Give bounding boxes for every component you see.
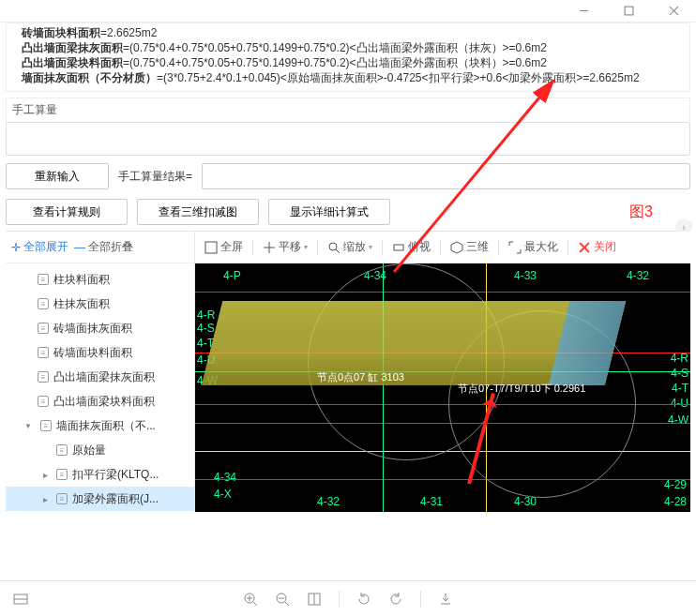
grid-col-label: 4-29: [664, 478, 687, 491]
svg-line-6: [336, 249, 340, 253]
svg-line-19: [285, 602, 289, 606]
manual-result-label: 手工算量结果=: [118, 169, 192, 185]
viewport-3d[interactable]: 4-P 4-34 4-33 4-32 4-R 4-S 4-T 4-U 4-W 4…: [195, 263, 690, 512]
tree-item-wall-block[interactable]: ≡砖墙面块料面积: [6, 340, 194, 365]
manual-result-box[interactable]: [202, 163, 690, 189]
download-icon[interactable]: [438, 592, 453, 607]
close-viewer-tool[interactable]: 关闭: [574, 239, 620, 255]
svg-rect-4: [205, 242, 217, 253]
expand-all[interactable]: ✛全部展开: [11, 239, 68, 255]
zoom-out-icon[interactable]: [275, 592, 290, 607]
grid-row-label: 4-W: [668, 413, 688, 427]
split-area: ✛全部展开 —全部折叠 ≡柱块料面积 ≡柱抹灰面积 ≡砖墙面抹灰面积 ≡砖墙面块…: [6, 231, 690, 512]
formula2-value: =(0.75*0.4+0.75*0.05+0.75*0.1499+0.75*0.…: [123, 41, 547, 54]
3d-tool[interactable]: 三维: [446, 239, 492, 255]
fit-icon[interactable]: [307, 592, 322, 607]
grid-col-label: 4-33: [514, 269, 537, 282]
view-rule-button[interactable]: 查看计算规则: [6, 199, 128, 225]
formula1-label: 砖墙面块料面积: [22, 26, 100, 39]
undo-icon[interactable]: [388, 592, 403, 607]
pan-tool[interactable]: 平移▾: [259, 239, 311, 255]
viewer-toolbar: 全屏 平移▾ 缩放▾ 俯视 三维 最大化 关闭: [195, 232, 690, 263]
tree-item-col-plaster[interactable]: ≡柱抹灰面积: [6, 292, 194, 316]
tree-item-wall-all[interactable]: ≡墙面抹灰面积（不...: [6, 413, 194, 438]
grid-col-label: 4-P: [223, 269, 241, 282]
viewer-panel: › 全屏 平移▾ 缩放▾ 俯视 三维 最大化 关闭 4-P 4-34 4-33 …: [195, 232, 690, 512]
tree-item-protrude-plaster[interactable]: ≡凸出墙面梁抹灰面积: [6, 365, 194, 389]
grid-col-label: 4-32: [317, 495, 340, 508]
view-deduct-button[interactable]: 查看三维扣减图: [137, 199, 259, 225]
grid-col-label: 4-31: [420, 495, 443, 508]
manual-buttons-row: 重新输入 手工算量结果=: [6, 163, 690, 189]
tree-item-wall-plaster[interactable]: ≡砖墙面抹灰面积: [6, 316, 194, 340]
manual-input[interactable]: [6, 122, 690, 156]
formula2-label: 凸出墙面梁抹灰面积: [22, 41, 123, 54]
grid-col-label: 4-32: [627, 269, 649, 282]
tree-body: ≡柱块料面积 ≡柱抹灰面积 ≡砖墙面抹灰面积 ≡砖墙面块料面积 ≡凸出墙面梁抹灰…: [6, 263, 194, 512]
formula3-value: =(0.75*0.4+0.75*0.05+0.75*0.1499+0.75*0.…: [123, 56, 547, 69]
topview-tool[interactable]: 俯视: [388, 239, 434, 255]
minimize-button[interactable]: [565, 1, 602, 22]
tree-panel: ✛全部展开 —全部折叠 ≡柱块料面积 ≡柱抹灰面积 ≡砖墙面抹灰面积 ≡砖墙面块…: [6, 232, 195, 512]
rule-row: 查看计算规则 查看三维扣减图 显示详细计算式 图3: [6, 199, 690, 225]
tree-item-original[interactable]: ≡原始量: [6, 438, 194, 462]
layout-icon[interactable]: [13, 592, 28, 607]
grid-row-label: 4-R: [197, 308, 215, 322]
fullscreen-tool[interactable]: 全屏: [201, 239, 247, 255]
svg-rect-1: [625, 7, 633, 15]
reinput-button[interactable]: 重新输入: [6, 163, 109, 189]
grid-col-label: 4-X: [214, 488, 232, 501]
tree-item-add-exposed[interactable]: ≡加梁外露面积(J...: [6, 487, 194, 511]
collapse-all[interactable]: —全部折叠: [74, 239, 133, 255]
node-label: 节点0点07 缸 3103: [317, 370, 404, 384]
close-button[interactable]: [655, 1, 692, 22]
formula1-value: =2.6625m2: [100, 26, 157, 39]
grid-col-label: 4-28: [664, 495, 687, 508]
grid-row-label: 4-R: [671, 352, 688, 365]
formula-panel: 砖墙面块料面积=2.6625m2 凸出墙面梁抹灰面积=(0.75*0.4+0.7…: [6, 23, 690, 92]
grid-row-label: 4-S: [197, 322, 215, 335]
bottom-bar: [0, 580, 696, 616]
svg-line-16: [253, 602, 257, 606]
svg-rect-7: [394, 245, 403, 250]
grid-row-label: 4-S: [671, 367, 688, 380]
formula4-label: 墙面抹灰面积（不分材质）: [22, 71, 157, 84]
figure-label: 图3: [629, 203, 653, 222]
redo-icon[interactable]: [356, 592, 371, 607]
maximize-button[interactable]: [610, 1, 647, 22]
grid-row-label: 4-T: [672, 382, 688, 395]
maximize-tool[interactable]: 最大化: [505, 239, 562, 255]
tree-item-col-block[interactable]: ≡柱块料面积: [6, 267, 194, 292]
view-detail-button[interactable]: 显示详细计算式: [268, 199, 390, 225]
grid-col-label: 4-34: [214, 471, 236, 484]
node-label: 节点07-T7/T9/T10下 0.2961: [458, 382, 585, 396]
manual-label: 手工算量: [6, 98, 690, 122]
grid-row-label: 4-U: [671, 397, 688, 410]
tree-toolbar: ✛全部展开 —全部折叠: [6, 232, 194, 263]
tree-item-deduct-beam[interactable]: ≡扣平行梁(KLTQ...: [6, 462, 194, 487]
zoom-in-icon[interactable]: [243, 592, 258, 607]
formula4-value: =(3*0.75+2.4*0.1+0.045)<原始墙面抹灰面积>-0.4725…: [157, 71, 640, 84]
svg-point-5: [329, 243, 337, 250]
beam-3d: [202, 301, 626, 385]
manual-section: 手工算量: [6, 98, 690, 156]
formula3-label: 凸出墙面梁块料面积: [22, 56, 123, 69]
tree-item-protrude-block[interactable]: ≡凸出墙面梁块料面积: [6, 389, 194, 413]
zoom-tool[interactable]: 缩放▾: [324, 239, 376, 255]
titlebar: [0, 0, 696, 23]
